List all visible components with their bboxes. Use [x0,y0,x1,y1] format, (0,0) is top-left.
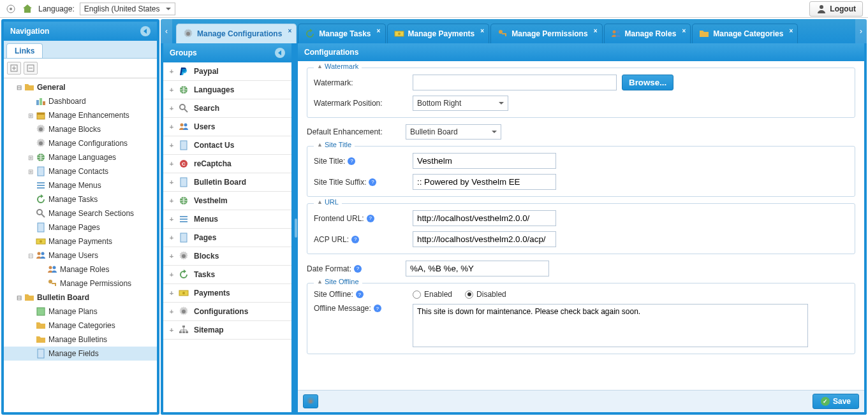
group-expand-icon[interactable]: + [167,197,176,204]
tree-elbow-icon[interactable] [26,138,36,148]
group-item[interactable]: +reCaptcha [163,155,291,173]
group-item[interactable]: +Payments [163,284,291,303]
acp-url-input[interactable] [413,231,556,247]
tree-node[interactable]: Dashboard [4,94,157,108]
tree-node[interactable]: ⊟Bulletin Board [4,290,157,305]
tree-elbow-icon[interactable]: ⊞ [26,110,36,120]
nav-tab-links[interactable]: Links [6,43,43,58]
tree-node[interactable]: ⊞Manage Enhancements [4,108,157,122]
site-offline-enabled-radio[interactable]: Enabled [413,290,452,299]
group-expand-icon[interactable]: + [167,289,176,297]
group-item[interactable]: +Menus [163,210,291,229]
tree-node[interactable]: Manage Payments [4,234,157,248]
help-icon[interactable]: ? [354,265,362,273]
group-item[interactable]: +Vesthelm [163,192,291,210]
tree-elbow-icon[interactable]: ⊟ [26,250,36,261]
tree-elbow-icon[interactable] [26,320,36,331]
tree-node[interactable]: ⊟Manage Users [4,248,157,262]
tree-elbow-icon[interactable] [37,264,47,275]
tree-node[interactable]: Manage Roles [4,262,157,276]
tree-elbow-icon[interactable]: ⊟ [14,292,24,303]
group-expand-icon[interactable]: + [167,308,176,315]
tree-elbow-icon[interactable] [26,208,36,219]
language-select[interactable]: English (United States [80,3,175,15]
tree-elbow-icon[interactable]: ⊞ [26,152,36,162]
watermark-position-select[interactable]: Bottom Right [413,96,508,111]
home-icon[interactable] [22,3,33,15]
help-icon[interactable]: ? [348,157,355,165]
tree-elbow-icon[interactable] [26,194,36,204]
tab[interactable]: Manage Payments× [387,24,490,43]
tree-elbow-icon[interactable] [26,334,36,345]
offline-message-textarea[interactable] [413,304,808,347]
tab-close-icon[interactable]: × [592,27,600,34]
group-item[interactable]: +Configurations [163,303,291,321]
tree-node[interactable]: Manage Bulletins [4,333,157,347]
tab[interactable]: Manage Tasks× [298,24,385,43]
nav-collapse-icon[interactable] [140,26,151,36]
tree-elbow-icon[interactable] [26,306,36,317]
tree-elbow-icon[interactable] [26,222,36,233]
group-expand-icon[interactable]: + [167,252,176,260]
group-expand-icon[interactable]: + [167,123,176,131]
tree-node[interactable]: Manage Configurations [4,136,157,150]
group-item[interactable]: +Tasks [163,266,291,284]
tree-elbow-icon[interactable] [26,180,36,190]
group-item[interactable]: +Pages [163,229,291,247]
site-title-suffix-input[interactable] [413,174,556,190]
groups-collapse-icon[interactable] [275,48,285,58]
tab-scroll-left[interactable]: ‹ [161,19,172,43]
group-item[interactable]: +Sitemap [163,321,291,340]
tree-node[interactable]: Manage Categories [4,319,157,333]
tree-elbow-icon[interactable]: ⊟ [14,82,24,92]
tree-node[interactable]: Manage Pages [4,220,157,234]
help-icon[interactable]: ? [367,215,374,222]
tree-node[interactable]: ⊟General [4,80,157,94]
group-expand-icon[interactable]: + [167,68,176,75]
group-item[interactable]: +Contact Us [163,136,291,155]
group-item[interactable]: +Search [163,99,291,118]
save-button[interactable]: ✓Save [813,394,859,409]
tab[interactable]: Manage Permissions× [490,24,602,43]
tree-node[interactable]: Manage Fields [4,347,157,361]
logout-button[interactable]: Logout [809,1,863,17]
help-icon[interactable]: ? [369,178,376,186]
group-item[interactable]: +Users [163,118,291,136]
group-expand-icon[interactable]: + [167,178,176,186]
group-expand-icon[interactable]: + [167,86,176,94]
expand-all-button[interactable] [7,62,21,75]
tree-node[interactable]: ⊞Manage Contacts [4,164,157,178]
group-item[interactable]: +Bulletin Board [163,173,291,192]
tab[interactable]: Manage Configurations× [176,24,297,43]
tab-close-icon[interactable]: × [680,27,688,34]
tree-node[interactable]: Manage Search Sections [4,206,157,220]
help-icon[interactable]: ? [374,305,381,312]
watermark-input[interactable] [413,75,617,90]
tab-close-icon[interactable]: × [286,27,293,34]
group-expand-icon[interactable]: + [167,271,176,278]
group-expand-icon[interactable]: + [167,160,176,168]
browse-button[interactable]: Browse... [622,75,673,90]
tree-elbow-icon[interactable] [26,124,36,134]
tree-elbow-icon[interactable] [37,278,47,289]
tree-node[interactable]: Manage Menus [4,178,157,192]
date-format-input[interactable] [406,261,549,276]
group-expand-icon[interactable]: + [167,234,176,241]
tree-elbow-icon[interactable] [26,348,36,359]
collapse-all-button[interactable] [24,62,38,75]
site-offline-disabled-radio[interactable]: Disabled [465,290,506,299]
group-expand-icon[interactable]: + [167,215,176,223]
tab-close-icon[interactable]: × [787,27,795,34]
tab-close-icon[interactable]: × [478,27,486,34]
group-item[interactable]: +Paypal [163,62,291,81]
target-icon[interactable] [5,3,17,15]
tab-close-icon[interactable]: × [375,27,383,34]
tree-node[interactable]: Manage Plans [4,305,157,319]
group-expand-icon[interactable]: + [167,104,176,112]
tree-node[interactable]: Manage Tasks [4,192,157,206]
settings-button[interactable] [303,394,318,408]
group-expand-icon[interactable]: + [167,326,176,334]
tree-elbow-icon[interactable] [26,236,36,247]
tree-elbow-icon[interactable]: ⊞ [26,166,36,176]
group-item[interactable]: +Blocks [163,247,291,266]
